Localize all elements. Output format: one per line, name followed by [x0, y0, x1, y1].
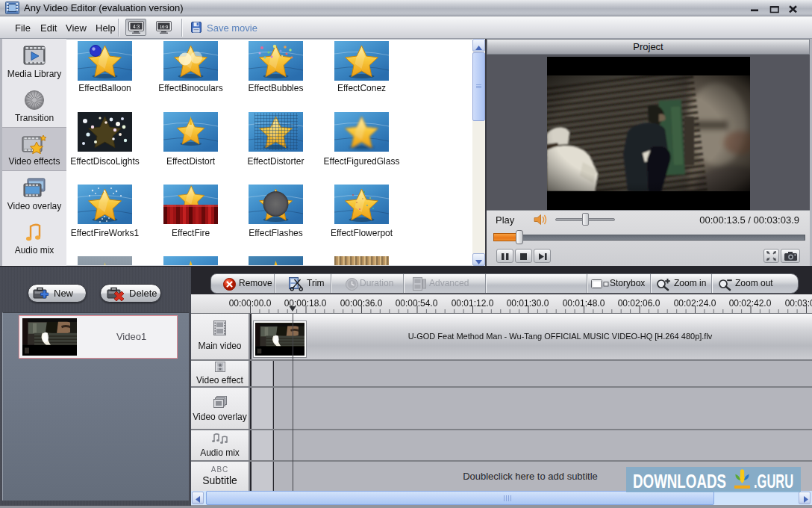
svg-text:16:9: 16:9	[160, 25, 169, 29]
svg-text:4:3: 4:3	[133, 24, 140, 29]
